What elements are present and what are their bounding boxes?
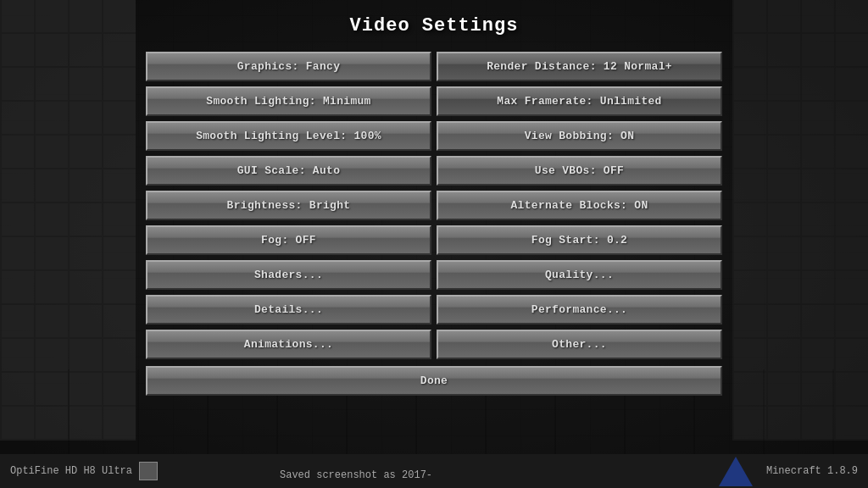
quality-button[interactable]: Quality... [437,260,722,290]
use-vbos-button[interactable]: Use VBOs: OFF [437,156,722,186]
animations-button[interactable]: Animations... [146,330,431,359]
done-button[interactable]: Done [146,366,722,396]
details-button[interactable]: Details... [146,295,431,324]
performance-button[interactable]: Performance... [437,295,722,324]
bottom-left: OptiFine HD H8 Ultra [10,462,158,480]
fog-button[interactable]: Fog: OFF [146,225,431,255]
saved-screenshot-text: Saved screenshot as 2017- [280,469,432,481]
render-distance-button[interactable]: Render Distance: 12 Normal+ [437,52,722,81]
small-square-icon [139,462,158,480]
smooth-lighting-button[interactable]: Smooth Lighting: Minimum [146,86,431,116]
gui-scale-button[interactable]: GUI Scale: Auto [146,156,431,186]
alternate-blocks-button[interactable]: Alternate Blocks: ON [437,191,722,220]
max-framerate-button[interactable]: Max Framerate: Unlimited [437,86,722,116]
graphics-button[interactable]: Graphics: Fancy [146,52,431,81]
fog-start-button[interactable]: Fog Start: 0.2 [437,225,722,255]
other-button[interactable]: Other... [437,330,722,359]
main-container: Video Settings Graphics: Fancy Render Di… [0,0,868,488]
settings-grid: Graphics: Fancy Render Distance: 12 Norm… [146,52,722,359]
brightness-button[interactable]: Brightness: Bright [146,191,431,220]
page-title: Video Settings [350,15,519,36]
bottom-right: Minecraft 1.8.9 [719,457,858,486]
branding-text: OptiFine HD H8 Ultra [10,465,132,477]
minecraft-logo-icon [719,457,753,486]
minecraft-version-text: Minecraft 1.8.9 [766,465,858,477]
shaders-button[interactable]: Shaders... [146,260,431,290]
smooth-lighting-level-button[interactable]: Smooth Lighting Level: 100% [146,121,431,151]
saved-text-area: Saved screenshot as 2017- [280,469,432,481]
bottom-bar: OptiFine HD H8 Ultra Saved screenshot as… [0,454,868,488]
view-bobbing-button[interactable]: View Bobbing: ON [437,121,722,151]
